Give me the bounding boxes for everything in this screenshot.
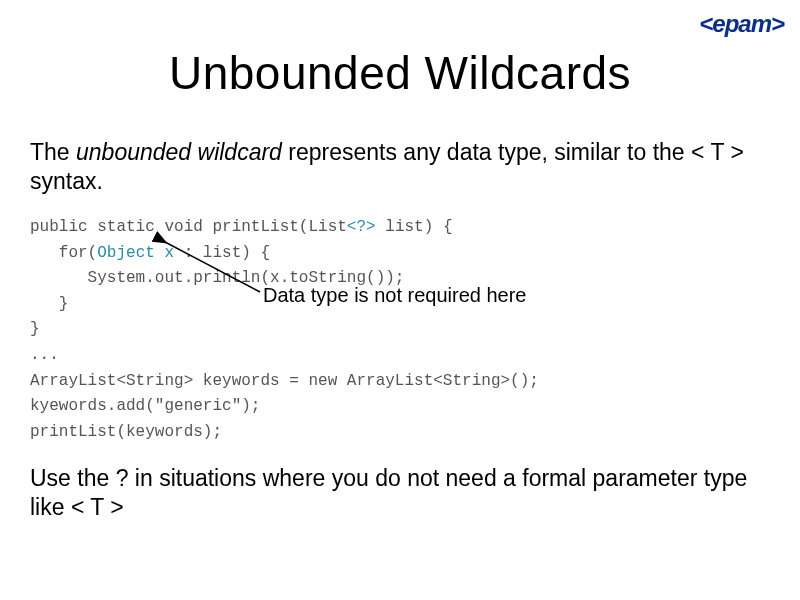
intro-paragraph: The unbounded wildcard represents any da… bbox=[30, 138, 770, 196]
code-l1b: <?> bbox=[347, 218, 376, 236]
code-l8: kyewords.add("generic"); bbox=[30, 397, 260, 415]
callout-label: Data type is not required here bbox=[263, 283, 533, 307]
page-title: Unbounded Wildcards bbox=[0, 46, 800, 100]
outro-paragraph: Use the ? in situations where you do not… bbox=[30, 464, 770, 522]
code-l2b: Object x bbox=[97, 244, 174, 262]
code-l1c: list) { bbox=[376, 218, 453, 236]
code-l1a: public static void printList(List bbox=[30, 218, 347, 236]
code-l6: ... bbox=[30, 346, 59, 364]
code-block: public static void printList(List<?> lis… bbox=[30, 215, 770, 445]
epam-logo: <epam> bbox=[699, 10, 784, 38]
code-l2a: for( bbox=[30, 244, 97, 262]
code-l5: } bbox=[30, 320, 40, 338]
slide: <epam> Unbounded Wildcards The unbounded… bbox=[0, 0, 800, 600]
code-l9: printList(keywords); bbox=[30, 423, 222, 441]
code-l4: } bbox=[30, 295, 68, 313]
intro-pre: The bbox=[30, 139, 76, 165]
code-l2c: : list) { bbox=[174, 244, 270, 262]
intro-em: unbounded wildcard bbox=[76, 139, 282, 165]
code-l7: ArrayList<String> keywords = new ArrayLi… bbox=[30, 372, 539, 390]
